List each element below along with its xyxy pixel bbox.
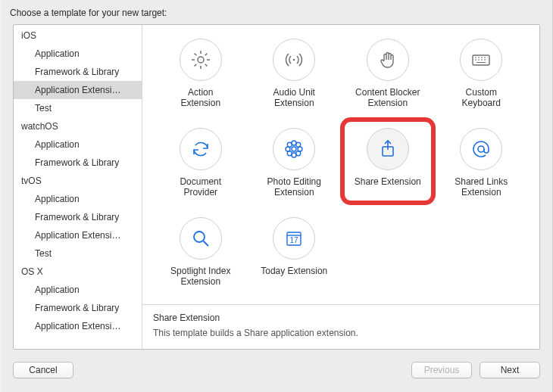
template-photo-editing[interactable]: Photo Editing Extension	[252, 125, 338, 198]
template-label: Share Extension	[355, 176, 421, 198]
sidebar-item[interactable]: Test	[14, 244, 142, 263]
template-audio-unit[interactable]: Audio Unit Extension	[252, 36, 338, 108]
template-today[interactable]: Today Extension	[252, 214, 338, 287]
sidebar-group[interactable]: OS X	[14, 263, 142, 281]
footer: Cancel Previous Next	[1, 356, 552, 392]
template-shared-links[interactable]: Shared Links Extension	[439, 125, 525, 198]
template-label: Today Extension	[261, 266, 327, 287]
sidebar-item[interactable]: Application	[14, 281, 142, 299]
template-action[interactable]: Action Extension	[158, 36, 244, 108]
template-grid: Action ExtensionAudio Unit ExtensionCont…	[158, 36, 524, 287]
search-icon	[180, 217, 222, 260]
description-pane: Share Extension This template builds a S…	[142, 304, 539, 349]
sidebar-group[interactable]: tvOS	[14, 172, 142, 190]
sidebar-item[interactable]: Application Extensi…	[14, 81, 142, 99]
previous-button[interactable]: Previous	[411, 362, 472, 378]
sidebar-item[interactable]: Framework & Library	[14, 154, 142, 172]
hand-icon	[367, 39, 409, 81]
gear-icon	[180, 39, 222, 81]
template-label: Content Blocker Extension	[355, 87, 420, 108]
flower-icon	[273, 128, 315, 170]
cancel-button[interactable]: Cancel	[13, 362, 73, 378]
content-pane: iOSApplicationFramework & LibraryApplica…	[13, 24, 540, 350]
sidebar-group[interactable]: iOS	[14, 26, 142, 45]
sidebar-item[interactable]: Application	[14, 135, 142, 154]
main-pane: Action ExtensionAudio Unit ExtensionCont…	[142, 25, 539, 349]
audio-waves-icon	[273, 39, 315, 81]
at-icon	[460, 128, 502, 170]
template-chooser-sheet: Choose a template for your new target: i…	[0, 0, 553, 392]
header-prompt: Choose a template for your new target:	[1, 0, 552, 24]
template-custom-keyboard[interactable]: Custom Keyboard	[439, 36, 525, 108]
next-button[interactable]: Next	[480, 362, 540, 378]
sidebar-item[interactable]: Application Extensi…	[14, 226, 142, 244]
sidebar-item[interactable]: Test	[14, 99, 142, 117]
description-title: Share Extension	[153, 313, 529, 323]
template-grid-wrap: Action ExtensionAudio Unit ExtensionCont…	[142, 25, 539, 304]
template-label: Shared Links Extension	[455, 176, 508, 198]
sidebar-item[interactable]: Framework & Library	[14, 299, 142, 317]
template-share[interactable]: Share Extension	[345, 125, 431, 198]
calendar-icon	[273, 217, 315, 260]
sidebar-item[interactable]: Framework & Library	[14, 63, 142, 81]
template-label: Audio Unit Extension	[273, 87, 315, 108]
template-document-provider[interactable]: Document Provider	[158, 125, 244, 198]
sidebar-item[interactable]: Application	[14, 45, 142, 63]
keyboard-icon	[460, 39, 502, 81]
template-label: Document Provider	[180, 176, 221, 198]
template-label: Action Extension	[180, 87, 220, 108]
description-body: This template builds a Share application…	[153, 328, 529, 338]
template-label: Spotlight Index Extension	[170, 266, 230, 287]
template-content-blocker[interactable]: Content Blocker Extension	[345, 36, 431, 108]
share-icon	[367, 128, 409, 170]
sidebar[interactable]: iOSApplicationFramework & LibraryApplica…	[14, 25, 142, 349]
sidebar-item[interactable]: Framework & Library	[14, 208, 142, 226]
sidebar-item[interactable]: Application Extensi…	[14, 317, 142, 335]
template-label: Photo Editing Extension	[267, 176, 321, 198]
refresh-icon	[180, 128, 222, 170]
template-spotlight[interactable]: Spotlight Index Extension	[158, 214, 244, 287]
template-label: Custom Keyboard	[462, 87, 501, 108]
sidebar-item[interactable]: Application	[14, 190, 142, 208]
sidebar-group[interactable]: watchOS	[14, 117, 142, 135]
